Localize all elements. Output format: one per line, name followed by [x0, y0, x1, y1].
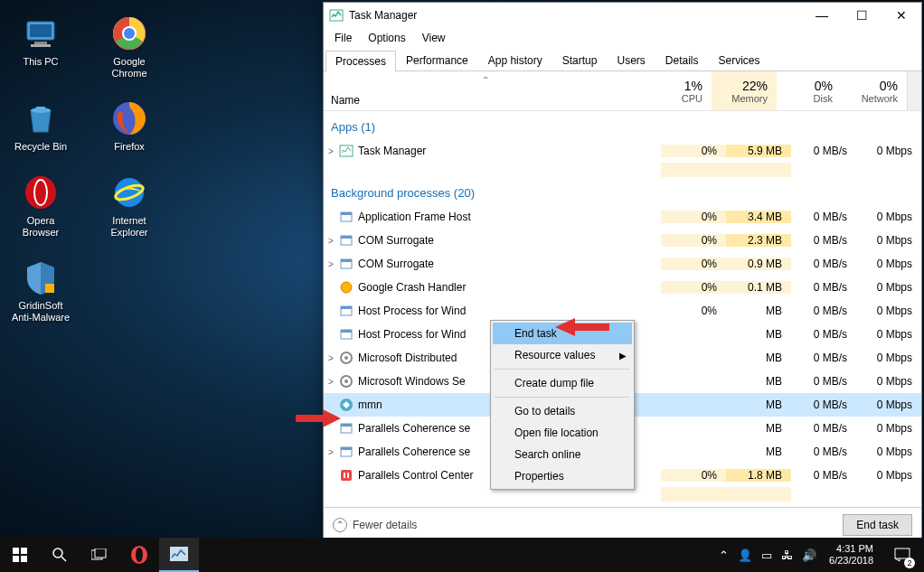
disk-cell: 0 MB/s [791, 211, 856, 223]
desktop-icon-firefox[interactable]: Firefox [98, 99, 161, 153]
svg-rect-18 [341, 212, 352, 215]
process-icon [338, 374, 354, 389]
tray-volume-icon[interactable]: 🔊 [802, 549, 816, 562]
task-manager-icon [329, 8, 344, 23]
opera-icon [22, 173, 60, 211]
memory-cell: 0.9 MB [726, 258, 791, 270]
process-row[interactable]: >COM Surrogate0%2.3 MB0 MB/s0 Mbps [324, 229, 921, 252]
svg-point-23 [341, 282, 352, 293]
tab-details[interactable]: Details [655, 50, 709, 70]
process-row[interactable]: >COM Surrogate0%0.9 MB0 MB/s0 Mbps [324, 252, 921, 276]
system-tray[interactable]: ⌃ 👤 ▭ 🖧 🔊 [719, 549, 816, 562]
process-icon [338, 280, 354, 295]
disk-cell: 0 MB/s [791, 328, 856, 341]
maximize-button[interactable]: ☐ [842, 3, 882, 28]
clock-date: 6/23/2018 [829, 555, 873, 567]
menu-file[interactable]: File [327, 30, 359, 46]
menu-options[interactable]: Options [361, 30, 412, 46]
desktop-icon-label: Google Chrome [98, 56, 161, 80]
memory-cell: 2.3 MB [726, 234, 791, 247]
context-menu-properties[interactable]: Properties [493, 465, 632, 487]
tab-startup[interactable]: Startup [552, 50, 608, 70]
cpu-cell: 0% [661, 469, 726, 482]
process-row[interactable]: >Task Manager0%5.9 MB0 MB/s0 Mbps [324, 139, 921, 163]
network-cell: 0 Mbps [856, 145, 921, 157]
context-menu-go-to-details[interactable]: Go to details [493, 400, 632, 422]
context-menu-search-online[interactable]: Search online [493, 444, 632, 465]
sort-indicator-icon: ⌃ [482, 75, 489, 85]
svg-rect-44 [13, 556, 19, 562]
desktop-icon-recycle-bin[interactable]: Recycle Bin [9, 99, 72, 153]
process-icon [338, 257, 354, 271]
start-button[interactable] [0, 538, 40, 572]
context-menu-resource-values[interactable]: Resource values▶ [493, 344, 632, 366]
tab-app-history[interactable]: App history [478, 50, 552, 70]
action-center-button[interactable]: 2 [886, 538, 919, 572]
svg-rect-25 [341, 306, 352, 309]
expand-icon[interactable]: > [324, 447, 338, 457]
network-cell: 0 Mbps [856, 281, 921, 294]
network-cell: 0 Mbps [856, 375, 921, 388]
context-menu-create-dump-file[interactable]: Create dump file [493, 372, 632, 394]
desktop-icon-label: GridinSoft Anti-Malware [9, 300, 72, 324]
process-group-header: Apps (1) [324, 111, 921, 139]
tray-network-icon[interactable]: 🖧 [781, 549, 793, 562]
process-icon [338, 421, 354, 436]
disk-cell: 0 MB/s [791, 258, 856, 270]
column-network[interactable]: 0%Network [842, 71, 907, 110]
expand-icon[interactable]: > [324, 259, 338, 269]
minimize-button[interactable]: — [802, 3, 842, 28]
tab-processes[interactable]: Processes [325, 51, 396, 71]
close-button[interactable]: ✕ [882, 3, 921, 28]
tray-chevron-icon[interactable]: ⌃ [719, 549, 729, 562]
column-cpu[interactable]: 1%CPU [646, 71, 712, 110]
tray-battery-icon[interactable]: ▭ [761, 549, 772, 562]
desktop-icon-ie[interactable]: Internet Explorer [98, 173, 161, 239]
window-footer: ⌃ Fewer details End task [324, 507, 921, 541]
desktop-icon-chrome[interactable]: Google Chrome [98, 14, 161, 80]
network-cell: 0 Mbps [856, 399, 921, 411]
tab-services[interactable]: Services [709, 50, 770, 70]
svg-rect-37 [341, 470, 352, 481]
memory-cell: MB [726, 328, 791, 341]
search-button[interactable] [40, 538, 80, 572]
network-cell: 0 Mbps [856, 234, 921, 247]
this-pc-icon [22, 14, 60, 52]
tab-users[interactable]: Users [607, 50, 655, 70]
desktop-icon-this-pc[interactable]: This PC [9, 14, 72, 80]
desktop-icon-gridinsoft[interactable]: GridinSoft Anti-Malware [9, 258, 72, 324]
cpu-cell: 0% [661, 211, 726, 223]
taskbar-app-opera[interactable] [119, 538, 159, 572]
expand-icon[interactable]: > [324, 146, 338, 156]
fewer-details-toggle[interactable]: ⌃ Fewer details [333, 518, 417, 532]
column-memory[interactable]: 22%Memory [712, 71, 777, 110]
expand-icon[interactable]: > [324, 377, 338, 387]
chevron-up-icon: ⌃ [333, 518, 347, 532]
taskbar-app-taskmanager[interactable] [159, 538, 199, 572]
expand-icon[interactable]: > [324, 353, 338, 363]
process-row[interactable]: Application Frame Host0%3.4 MB0 MB/s0 Mb… [324, 205, 921, 229]
column-disk[interactable]: 0%Disk [777, 71, 842, 110]
task-view-button[interactable] [80, 538, 119, 572]
disk-cell: 0 MB/s [791, 281, 856, 294]
process-icon [338, 398, 354, 412]
titlebar[interactable]: Task Manager — ☐ ✕ [324, 3, 921, 28]
memory-cell: 1.8 MB [726, 469, 791, 482]
column-name[interactable]: ⌃ Name [324, 71, 646, 110]
desktop-icon-opera[interactable]: Opera Browser [9, 173, 72, 239]
desktop-icon-label: Recycle Bin [14, 141, 67, 153]
tab-performance[interactable]: Performance [396, 50, 478, 70]
memory-cell: MB [726, 445, 791, 458]
taskbar-clock[interactable]: 4:31 PM 6/23/2018 [824, 543, 879, 566]
desktop-icon-label: This PC [23, 56, 58, 68]
context-menu-end-task[interactable]: End task [493, 323, 632, 344]
expand-icon[interactable]: > [324, 236, 338, 246]
memory-cell: MB [726, 422, 791, 435]
context-menu-open-file-location[interactable]: Open file location [493, 422, 632, 444]
end-task-button[interactable]: End task [843, 514, 912, 536]
process-row[interactable]: Google Crash Handler0%0.1 MB0 MB/s0 Mbps [324, 276, 921, 299]
svg-rect-34 [341, 424, 352, 427]
tray-people-icon[interactable]: 👤 [738, 549, 752, 562]
tabs: ProcessesPerformanceApp historyStartupUs… [324, 48, 921, 71]
menu-view[interactable]: View [415, 30, 453, 46]
